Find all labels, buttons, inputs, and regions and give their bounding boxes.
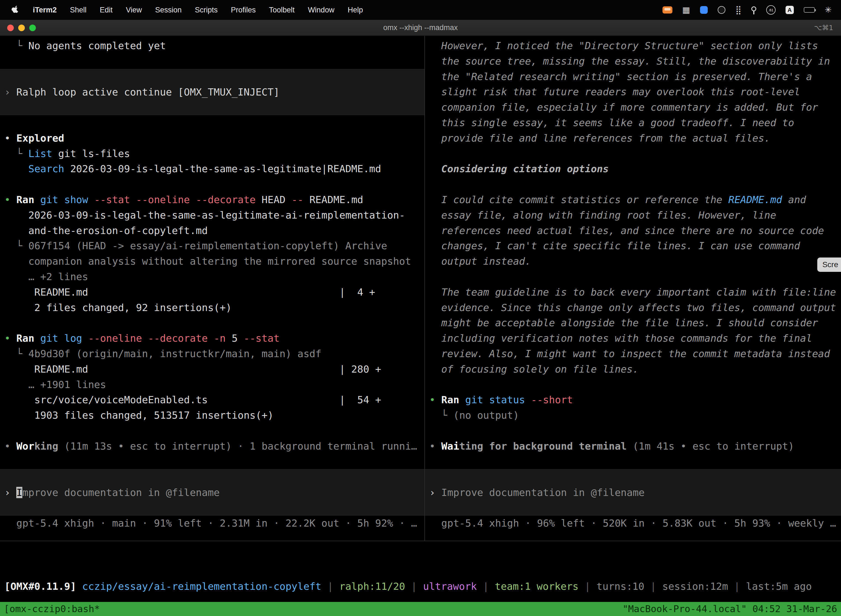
omx-status-bar: [OMX#0.11.9] cczip/essay/ai-reimplementa… xyxy=(0,541,841,601)
text-segment: [OMX#0.11.9] xyxy=(4,581,76,592)
menu-item-toolbelt[interactable]: Toolbelt xyxy=(262,6,301,14)
prompt-input[interactable]: › Improve documentation in @filename xyxy=(425,469,841,515)
text-segment: (11m 13s • esc to interrupt) · 1 backgro… xyxy=(58,440,417,452)
window-title-bar[interactable]: omx --xhigh --madmax ⌥⌘1 xyxy=(0,20,841,36)
text-segment: Improve documentation in @filename xyxy=(441,487,645,498)
text-segment: • xyxy=(4,440,16,452)
text-segment xyxy=(4,163,28,175)
apple-menu-icon[interactable] xyxy=(12,6,19,14)
text-segment: Wai xyxy=(441,440,459,452)
blank-line xyxy=(0,177,424,192)
left-pane[interactable]: └ No agents completed yet › Ralph loop a… xyxy=(0,36,424,541)
terminal-line: the "Related research writing" section i… xyxy=(425,69,841,84)
terminal-line: └ List git ls-files xyxy=(0,146,424,161)
text-segment: turns:10 xyxy=(596,581,644,592)
text-segment xyxy=(525,394,531,405)
terminal-line: companion analysis without altering the … xyxy=(0,254,424,269)
menu-item-shell[interactable]: Shell xyxy=(63,6,93,14)
text-segment xyxy=(459,394,465,405)
terminal-line: this single essay, it seems like a good … xyxy=(425,115,841,131)
model-status-line: gpt-5.4 xhigh · main · 91% left · 2.31M … xyxy=(0,516,424,531)
text-segment: | xyxy=(477,581,495,592)
menu-item-window[interactable]: Window xyxy=(301,6,341,14)
tmux-session-window-label[interactable]: [omx-cczip0:bash* xyxy=(4,602,100,616)
terminal-line: └ 067f154 (HEAD -> essay/ai-reimplementa… xyxy=(0,238,424,254)
blank-line xyxy=(425,454,841,469)
terminal-line: output instead. xyxy=(425,254,841,269)
apps-grid-icon[interactable]: ⣿ xyxy=(736,6,741,14)
input-source-letter: A xyxy=(787,7,792,13)
prompt-input[interactable]: › Improve documentation in @filename xyxy=(0,469,424,515)
terminal-line: I could cite commit statistics or refere… xyxy=(425,192,841,208)
text-segment: • xyxy=(4,132,16,144)
battery-gauge-value: .61 xyxy=(768,8,774,12)
text-segment: └ xyxy=(4,348,28,359)
blank-line xyxy=(0,115,424,131)
grid-icon[interactable]: ▦ xyxy=(682,6,690,14)
text-segment: • xyxy=(4,194,16,205)
blank-line xyxy=(425,269,841,285)
battery-icon[interactable] xyxy=(804,7,815,13)
key-icon[interactable] xyxy=(751,6,756,13)
text-segment: review. Also, I might want to inspect th… xyxy=(429,348,830,359)
text-segment: output instead. xyxy=(429,255,531,267)
menu-item-iterm2[interactable]: iTerm2 xyxy=(26,6,63,14)
text-segment: git log xyxy=(40,333,82,344)
text-segment: List xyxy=(28,148,53,159)
text-segment: king xyxy=(34,440,58,452)
text-segment: (no output) xyxy=(453,409,519,421)
menu-item-profiles[interactable]: Profiles xyxy=(224,6,262,14)
menu-item-view[interactable]: View xyxy=(119,6,148,14)
recording-indicator-icon[interactable] xyxy=(662,6,673,13)
terminal-line: including verification notes with those … xyxy=(425,331,841,346)
text-segment: (1m 41s • esc to interrupt) xyxy=(627,440,794,452)
right-pane[interactable]: However, I noticed the "Directory Struct… xyxy=(425,36,841,541)
text-segment: › xyxy=(4,87,16,98)
text-segment: might be acceptable alongside the file l… xyxy=(429,317,818,329)
text-segment: the source tree, missing the essay. Stil… xyxy=(429,56,830,67)
text-segment: and-the-erosion-of-copyleft.md xyxy=(4,225,208,236)
terminal-line: README.md | 280 + xyxy=(0,362,424,377)
text-segment: Ran xyxy=(16,194,34,205)
terminal-line: However, I noticed the "Directory Struct… xyxy=(425,38,841,54)
terminal-line: and-the-erosion-of-copyleft.md xyxy=(0,223,424,238)
input-source-icon[interactable]: A xyxy=(785,6,794,14)
menu-item-edit[interactable]: Edit xyxy=(93,6,119,14)
minimize-window-icon[interactable] xyxy=(18,25,25,31)
menu-item-help[interactable]: Help xyxy=(341,6,370,14)
text-segment: essay file, along with finding root file… xyxy=(429,210,776,221)
text-segment: gpt-5.4 xhigh · 96% left · 520K in · 5.8… xyxy=(429,518,836,529)
text-segment: HEAD xyxy=(255,194,292,205)
text-segment: team:1 workers xyxy=(495,581,578,592)
text-segment: ralph:11/20 xyxy=(339,581,405,592)
terminal-line: provide file and line references from th… xyxy=(425,131,841,146)
zoom-window-icon[interactable] xyxy=(29,25,36,31)
text-segment: | xyxy=(321,581,339,592)
menu-item-session[interactable]: Session xyxy=(148,6,188,14)
text-segment: git status xyxy=(465,394,525,405)
terminal-line: 2026-03-09-is-legal-the-same-as-legitima… xyxy=(0,208,424,223)
text-segment: | xyxy=(405,581,423,592)
blue-app-icon[interactable] xyxy=(700,6,708,14)
text-segment xyxy=(34,333,40,344)
menu-left: iTerm2 Shell Edit View Session Scripts P… xyxy=(0,6,369,14)
text-segment: cczip/essay/ai-reimplementation-copyleft xyxy=(82,581,321,592)
text-segment: | 280 + xyxy=(339,364,381,375)
window-shortcut-badge: ⌥⌘1 xyxy=(814,24,841,32)
terminal-line: • Ran git status --short xyxy=(425,392,841,408)
battery-gauge-icon[interactable]: .61 xyxy=(766,5,776,15)
menu-item-scripts[interactable]: Scripts xyxy=(188,6,224,14)
close-window-icon[interactable] xyxy=(7,25,14,31)
text-segment: companion file, especially if more comme… xyxy=(429,101,818,113)
terminal-line: • Ran git show --stat --oneline --decora… xyxy=(0,192,424,208)
screen-overlay-chip[interactable]: Scre xyxy=(817,258,841,272)
control-center-icon[interactable]: ✳ xyxy=(825,6,832,14)
text-segment: • xyxy=(429,394,441,405)
text-segment: › xyxy=(429,487,441,498)
text-segment: • xyxy=(429,440,441,452)
text-segment xyxy=(34,194,40,205)
blank-line xyxy=(0,54,424,69)
ghost-icon[interactable] xyxy=(718,6,725,14)
text-segment: | 54 + xyxy=(339,394,381,405)
text-segment: ting for background terminal xyxy=(459,440,627,452)
